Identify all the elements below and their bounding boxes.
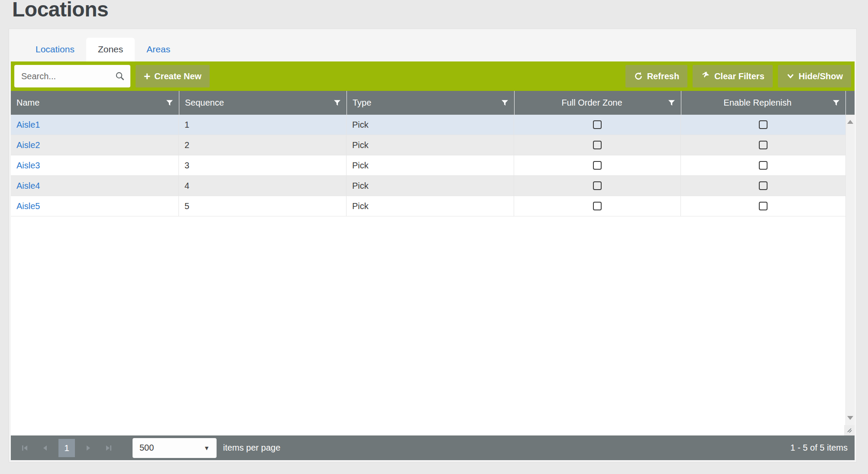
column-header-name[interactable]: Name: [11, 91, 179, 115]
grid-body: Aisle1 1 Pick Aisle2 2 Pick Aisle3 3 Pic…: [11, 115, 855, 425]
table-row[interactable]: Aisle1 1 Pick: [11, 115, 845, 135]
scrollbar-down-icon[interactable]: [847, 416, 853, 420]
items-per-page-label: items per page: [223, 443, 280, 453]
checkbox-full-order-zone[interactable]: [593, 202, 602, 210]
clear-filter-icon: [701, 71, 710, 81]
grip-row: [11, 425, 855, 435]
current-page-button[interactable]: 1: [58, 439, 75, 457]
tab-locations[interactable]: Locations: [24, 38, 86, 61]
chevron-down-icon: [786, 73, 795, 80]
locations-panel: Locations Zones Areas + Create New Refre…: [9, 29, 857, 462]
page-range-info: 1 - 5 of 5 items: [790, 443, 848, 453]
checkbox-enable-replenish[interactable]: [759, 161, 768, 170]
checkbox-full-order-zone[interactable]: [593, 181, 602, 190]
type-cell: Pick: [347, 155, 514, 175]
sequence-cell: 1: [179, 115, 347, 135]
scrollbar-up-icon[interactable]: [847, 120, 853, 124]
refresh-icon: [634, 71, 643, 81]
tab-areas[interactable]: Areas: [135, 38, 182, 61]
create-new-button[interactable]: + Create New: [136, 65, 210, 87]
table-row[interactable]: Aisle5 5 Pick: [11, 196, 845, 216]
checkbox-full-order-zone[interactable]: [593, 141, 602, 149]
clear-filters-label: Clear Filters: [714, 71, 764, 81]
search-icon: [115, 71, 125, 81]
checkbox-full-order-zone[interactable]: [593, 161, 602, 170]
row-name-link[interactable]: Aisle5: [16, 201, 40, 211]
header-scrollbar-filler: [845, 91, 855, 115]
column-label: Name: [16, 98, 166, 108]
plus-icon: +: [144, 72, 150, 81]
next-page-button[interactable]: [81, 441, 95, 455]
column-header-type[interactable]: Type: [347, 91, 514, 115]
checkbox-enable-replenish[interactable]: [759, 202, 768, 210]
sequence-cell: 2: [179, 135, 347, 155]
prev-page-button[interactable]: [38, 441, 52, 455]
clear-filters-button[interactable]: Clear Filters: [693, 65, 773, 87]
column-label: Enable Replenish: [687, 98, 832, 108]
page-size-select[interactable]: 500 ▼: [133, 438, 217, 458]
search-input[interactable]: [14, 65, 130, 87]
dropdown-caret-icon: ▼: [204, 445, 210, 451]
tab-strip: Locations Zones Areas: [11, 29, 855, 61]
checkbox-enable-replenish[interactable]: [759, 141, 768, 149]
search-box: [14, 65, 130, 87]
filter-icon[interactable]: [166, 99, 173, 106]
hide-show-button[interactable]: Hide/Show: [778, 65, 851, 87]
table-row[interactable]: Aisle4 4 Pick: [11, 176, 845, 196]
resize-grip-icon[interactable]: [844, 425, 855, 435]
column-label: Full Order Zone: [520, 98, 668, 108]
grid-rows: Aisle1 1 Pick Aisle2 2 Pick Aisle3 3 Pic…: [11, 115, 845, 216]
grid-header: Name Sequence Type Full Order Zone Enabl…: [11, 91, 855, 115]
type-cell: Pick: [347, 135, 514, 155]
filter-icon[interactable]: [501, 99, 508, 106]
page-title: Locations: [12, 0, 108, 23]
column-header-enable-replenish[interactable]: Enable Replenish: [681, 91, 845, 115]
tab-zones[interactable]: Zones: [86, 38, 135, 61]
table-row[interactable]: Aisle3 3 Pick: [11, 155, 845, 176]
column-label: Sequence: [185, 98, 334, 108]
type-cell: Pick: [347, 176, 514, 196]
row-name-link[interactable]: Aisle2: [16, 140, 40, 150]
pager: 1 500 ▼ items per page 1 - 5 of 5 items: [11, 435, 855, 460]
filter-icon[interactable]: [832, 99, 840, 106]
type-cell: Pick: [347, 115, 514, 135]
refresh-button[interactable]: Refresh: [625, 65, 687, 87]
last-page-button[interactable]: [102, 441, 116, 455]
sequence-cell: 4: [179, 176, 347, 196]
sequence-cell: 5: [179, 196, 347, 216]
hide-show-label: Hide/Show: [799, 71, 843, 81]
type-cell: Pick: [347, 196, 514, 216]
checkbox-enable-replenish[interactable]: [759, 120, 768, 129]
vertical-scrollbar[interactable]: [845, 115, 855, 425]
create-new-label: Create New: [154, 71, 201, 81]
refresh-label: Refresh: [647, 71, 679, 81]
row-name-link[interactable]: Aisle3: [16, 161, 40, 171]
column-header-sequence[interactable]: Sequence: [179, 91, 347, 115]
checkbox-full-order-zone[interactable]: [593, 120, 602, 129]
table-row[interactable]: Aisle2 2 Pick: [11, 135, 845, 155]
column-header-full-order-zone[interactable]: Full Order Zone: [514, 91, 681, 115]
row-name-link[interactable]: Aisle1: [16, 120, 40, 130]
filter-icon[interactable]: [334, 99, 341, 106]
checkbox-enable-replenish[interactable]: [759, 181, 768, 190]
filter-icon[interactable]: [668, 99, 675, 106]
grid-toolbar: + Create New Refresh Clear Filters: [11, 61, 855, 91]
row-name-link[interactable]: Aisle4: [16, 181, 40, 191]
sequence-cell: 3: [179, 155, 347, 175]
page-size-value: 500: [139, 443, 154, 453]
column-label: Type: [353, 98, 501, 108]
first-page-button[interactable]: [18, 441, 32, 455]
